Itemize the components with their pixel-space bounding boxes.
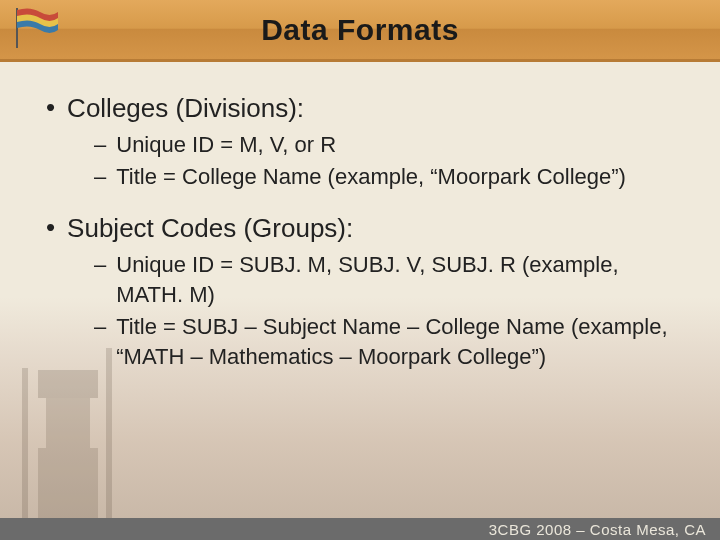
sub-bullet-text: Unique ID = SUBJ. M, SUBJ. V, SUBJ. R (e… — [116, 250, 676, 310]
slide: Data Formats • Colleges (Divisions): – U… — [0, 0, 720, 540]
bullet-label: Colleges (Divisions): — [67, 92, 304, 124]
title-bar: Data Formats — [0, 0, 720, 62]
sub-bullet-text: Unique ID = M, V, or R — [116, 130, 336, 160]
sub-bullet-item: – Title = SUBJ – Subject Name – College … — [94, 312, 680, 372]
sub-bullet-item: – Unique ID = M, V, or R — [94, 130, 680, 160]
flag-icon — [10, 4, 60, 50]
bullet-item: • Colleges (Divisions): — [40, 92, 680, 124]
sub-bullet-item: – Title = College Name (example, “Moorpa… — [94, 162, 680, 192]
bullet-dot-icon: • — [46, 212, 55, 242]
bullet-label: Subject Codes (Groups): — [67, 212, 353, 244]
footer-bar: 3CBG 2008 – Costa Mesa, CA — [0, 518, 720, 540]
sub-bullet-text: Title = College Name (example, “Moorpark… — [116, 162, 626, 192]
sub-bullet-item: – Unique ID = SUBJ. M, SUBJ. V, SUBJ. R … — [94, 250, 680, 310]
footer-text: 3CBG 2008 – Costa Mesa, CA — [489, 521, 706, 538]
dash-icon: – — [94, 312, 106, 342]
content-area: • Colleges (Divisions): – Unique ID = M,… — [40, 82, 680, 374]
slide-title: Data Formats — [261, 13, 459, 47]
dash-icon: – — [94, 250, 106, 280]
bullet-item: • Subject Codes (Groups): — [40, 212, 680, 244]
sub-bullet-text: Title = SUBJ – Subject Name – College Na… — [116, 312, 676, 372]
dash-icon: – — [94, 130, 106, 160]
dash-icon: – — [94, 162, 106, 192]
bullet-dot-icon: • — [46, 92, 55, 122]
